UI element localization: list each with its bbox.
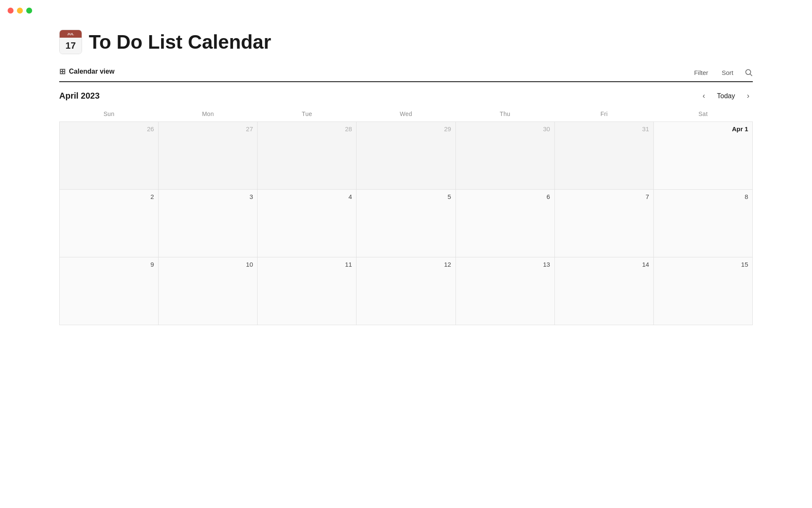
calendar-grid: SunMonTueWedThuFriSat 262728293031Apr 12…: [59, 108, 753, 325]
calendar-cell[interactable]: 9: [60, 257, 159, 325]
search-icon: [744, 68, 753, 77]
calendar-nav: April 2023 ‹ Today ›: [59, 82, 753, 108]
month-year-label: April 2023: [59, 91, 100, 101]
toolbar-actions: Filter Sort: [691, 67, 753, 78]
day-number: Apr 1: [656, 125, 748, 133]
day-header-sat: Sat: [653, 108, 752, 122]
calendar-cell[interactable]: 6: [455, 190, 554, 257]
calendar-cell[interactable]: 31: [554, 122, 653, 190]
next-month-button[interactable]: ›: [743, 90, 753, 102]
calendar-cell[interactable]: 26: [60, 122, 159, 190]
day-number: 3: [161, 193, 253, 200]
day-number: 31: [557, 125, 649, 133]
page-header: JUL 17 To Do List Calendar: [59, 30, 753, 54]
app-icon: JUL 17: [59, 30, 82, 54]
today-button[interactable]: Today: [713, 91, 739, 102]
close-button[interactable]: [8, 8, 14, 14]
day-number: 7: [557, 193, 649, 200]
calendar-cell[interactable]: 28: [258, 122, 357, 190]
prev-month-button[interactable]: ‹: [699, 90, 708, 102]
minimize-button[interactable]: [17, 8, 23, 14]
calendar-cell[interactable]: 27: [159, 122, 258, 190]
icon-day: 17: [60, 38, 82, 54]
day-number: 2: [62, 193, 154, 200]
day-number: 29: [359, 125, 451, 133]
day-number: 6: [458, 193, 550, 200]
day-header-mon: Mon: [159, 108, 258, 122]
day-number: 15: [656, 261, 748, 268]
day-number: 11: [260, 261, 352, 268]
calendar-cell[interactable]: 5: [357, 190, 455, 257]
day-header-tue: Tue: [258, 108, 357, 122]
day-number: 10: [161, 261, 253, 268]
day-number: 14: [557, 261, 649, 268]
view-tab-label: Calendar view: [69, 68, 115, 75]
calendar-cell[interactable]: 10: [159, 257, 258, 325]
day-number: 9: [62, 261, 154, 268]
day-number: 26: [62, 125, 154, 133]
toolbar: ⊞ Calendar view Filter Sort: [59, 67, 753, 82]
sort-button[interactable]: Sort: [719, 67, 736, 78]
day-number: 8: [656, 193, 748, 200]
calendar-cell[interactable]: 7: [554, 190, 653, 257]
maximize-button[interactable]: [26, 8, 32, 14]
calendar-grid-icon: ⊞: [59, 67, 66, 76]
calendar-week-row: 9101112131415: [60, 257, 753, 325]
calendar-view-tab[interactable]: ⊞ Calendar view: [59, 67, 115, 78]
day-number: 5: [359, 193, 451, 200]
calendar-week-row: 2345678: [60, 190, 753, 257]
calendar-cell[interactable]: 13: [455, 257, 554, 325]
day-header-thu: Thu: [455, 108, 554, 122]
day-header-wed: Wed: [357, 108, 455, 122]
day-header-fri: Fri: [554, 108, 653, 122]
filter-button[interactable]: Filter: [691, 67, 710, 78]
calendar-cell[interactable]: 15: [653, 257, 752, 325]
day-number: 13: [458, 261, 550, 268]
day-number: 12: [359, 261, 451, 268]
day-header-sun: Sun: [60, 108, 159, 122]
calendar-cell[interactable]: 4: [258, 190, 357, 257]
traffic-lights: [8, 8, 32, 14]
calendar-cell[interactable]: 11: [258, 257, 357, 325]
page-title: To Do List Calendar: [89, 30, 271, 53]
calendar-cell[interactable]: 12: [357, 257, 455, 325]
calendar-cell[interactable]: 2: [60, 190, 159, 257]
chevron-left-icon: ‹: [702, 91, 705, 100]
calendar-cell[interactable]: 8: [653, 190, 752, 257]
calendar-cell[interactable]: 14: [554, 257, 653, 325]
chevron-right-icon: ›: [747, 91, 749, 100]
day-number: 4: [260, 193, 352, 200]
calendar-cell[interactable]: Apr 1: [653, 122, 752, 190]
svg-point-0: [746, 69, 751, 75]
day-number: 30: [458, 125, 550, 133]
svg-line-1: [750, 74, 752, 76]
search-button[interactable]: [744, 68, 753, 77]
day-number: 27: [161, 125, 253, 133]
icon-month: JUL: [60, 30, 82, 38]
nav-controls: ‹ Today ›: [699, 90, 753, 102]
day-number: 28: [260, 125, 352, 133]
day-headers-row: SunMonTueWedThuFriSat: [60, 108, 753, 122]
calendar-week-row: 262728293031Apr 1: [60, 122, 753, 190]
calendar-cell[interactable]: 29: [357, 122, 455, 190]
calendar-cell[interactable]: 3: [159, 190, 258, 257]
calendar-cell[interactable]: 30: [455, 122, 554, 190]
